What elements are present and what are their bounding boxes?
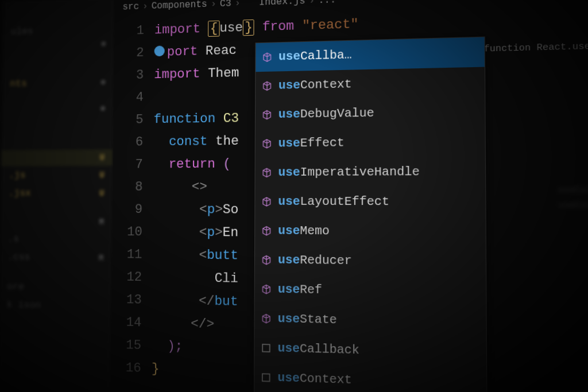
autocomplete-label: useContext: [278, 73, 352, 97]
autocomplete-label: useCallba…: [278, 44, 352, 68]
modified-dot-icon: [101, 41, 106, 46]
sidebar-item[interactable]: k ison: [0, 296, 111, 316]
chevron-right-icon: ›: [235, 0, 241, 9]
line-number-gutter: 12345678910111213141516: [111, 20, 154, 381]
code-content[interactable]: import {use} from "react" port Reac impo…: [152, 5, 588, 392]
autocomplete-label: useImperativeHandle: [278, 160, 419, 184]
autocomplete-item[interactable]: useRef: [255, 274, 486, 308]
snippet-icon: [261, 372, 272, 383]
code-area[interactable]: 12345678910111213141516 import {use} fro…: [111, 2, 588, 392]
method-cube-icon: [261, 254, 272, 265]
untracked-badge: U: [100, 153, 105, 162]
autocomplete-popup[interactable]: useCallba…useContextuseDebugValueuseEffe…: [254, 37, 487, 392]
sidebar-item[interactable]: nts: [2, 73, 114, 93]
untracked-badge: U: [99, 188, 105, 197]
chevron-right-icon: ›: [309, 0, 315, 6]
modified-dot-icon: [101, 79, 106, 84]
autocomplete-label: useCallback: [278, 337, 359, 363]
autocomplete-label: useReducer: [278, 249, 352, 273]
autocomplete-item[interactable]: useMemo: [255, 216, 486, 247]
autocomplete-item[interactable]: useEffect: [256, 127, 485, 158]
chevron-right-icon: ›: [142, 1, 148, 12]
method-cube-icon: [261, 138, 272, 149]
breadcrumb-segment[interactable]: Components: [152, 0, 207, 11]
sidebar-item[interactable]: .cssM: [0, 248, 111, 267]
autocomplete-item[interactable]: useDebugValue: [256, 97, 485, 130]
autocomplete-label: useContext: [277, 366, 351, 392]
method-cube-icon: [262, 52, 273, 63]
breadcrumb-segment: ...: [318, 0, 336, 6]
lightbulb-icon[interactable]: [154, 46, 165, 57]
method-cube-icon: [261, 110, 272, 121]
file-explorer-sidebar[interactable]: ules nts U .jsU .jsxU M .s .cssM ore k i…: [0, 0, 115, 392]
sidebar-item[interactable]: .jsU: [1, 166, 112, 184]
autocomplete-label: useState: [278, 307, 337, 332]
chevron-right-icon: ›: [211, 0, 216, 10]
method-cube-icon: [261, 167, 272, 178]
autocomplete-label: useEffect: [278, 131, 345, 155]
autocomplete-label: useDebugValue: [278, 102, 374, 126]
sidebar-item[interactable]: [2, 102, 113, 115]
modified-badge: M: [99, 218, 105, 227]
code-editor[interactable]: src › Components › C3 › Index.js › ... 1…: [111, 0, 588, 392]
method-cube-icon: [261, 196, 272, 207]
svg-rect-1: [262, 374, 270, 381]
snippet-icon: [261, 343, 272, 354]
sidebar-item[interactable]: .jsxU: [1, 184, 113, 202]
autocomplete-label: useLayoutEffect: [278, 190, 389, 214]
autocomplete-item[interactable]: useContext: [256, 67, 485, 101]
breadcrumb-segment[interactable]: C3: [220, 0, 231, 9]
sidebar-item[interactable]: M: [0, 214, 112, 230]
method-cube-icon: [261, 226, 272, 236]
untracked-badge: U: [99, 170, 105, 179]
workspace: ules nts U .jsU .jsxU M .s .cssM ore k i…: [0, 0, 588, 392]
breadcrumb-segment[interactable]: src: [122, 1, 139, 12]
autocomplete-item[interactable]: useCallba…: [256, 37, 485, 72]
breadcrumb-segment[interactable]: Index.js: [259, 0, 305, 8]
method-cube-icon: [262, 80, 273, 91]
sidebar-item-selected[interactable]: U: [1, 149, 113, 166]
autocomplete-item[interactable]: useImperativeHandle: [256, 157, 486, 187]
svg-rect-0: [262, 344, 270, 352]
modified-badge: M: [99, 253, 104, 263]
autocomplete-item[interactable]: useLayoutEffect: [255, 187, 485, 218]
method-cube-icon: [261, 284, 272, 294]
inline-hints: useCallback useContext: [558, 182, 588, 213]
autocomplete-label: useMemo: [278, 219, 330, 243]
sidebar-item[interactable]: ore: [0, 277, 111, 297]
autocomplete-item[interactable]: useReducer: [255, 246, 486, 278]
method-cube-icon: [261, 313, 272, 324]
sidebar-item[interactable]: .s: [0, 230, 112, 249]
modified-dot-icon: [100, 106, 105, 111]
autocomplete-label: useRef: [278, 278, 322, 302]
